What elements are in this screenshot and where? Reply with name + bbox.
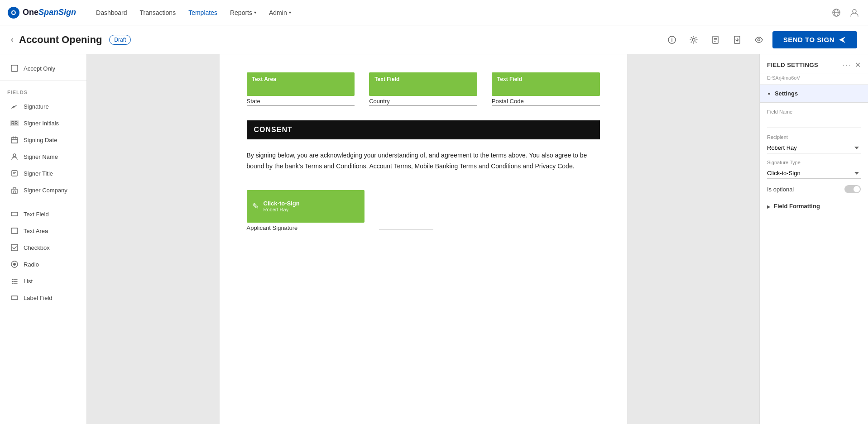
document-icon[interactable] [707, 32, 724, 48]
radio-icon [10, 260, 19, 269]
field-settings-panel: FIELD SETTINGS ··· ✕ ErSArj4ma6oV Settin… [759, 54, 868, 424]
postal-field-type: Text Field [497, 76, 522, 82]
fields-row-top: Text Area State Text Field Country Text … [247, 72, 600, 106]
recipient-select[interactable]: Robert Ray [767, 143, 861, 153]
globe-icon[interactable] [830, 6, 843, 19]
svg-rect-38 [11, 296, 18, 300]
signature-type-group: Signature Type Click-to-Sign [760, 153, 868, 179]
recipient-label: Recipient [767, 134, 861, 140]
text-field-icon [10, 210, 19, 219]
svg-point-36 [12, 283, 13, 284]
postal-field-label: Postal Code [492, 98, 600, 106]
field-name-label: Field Name [767, 109, 861, 114]
sidebar-item-label-field[interactable]: Label Field [3, 290, 84, 306]
state-field-container: Text Area State [247, 72, 355, 106]
svg-rect-16 [11, 65, 18, 71]
svg-rect-17 [11, 138, 18, 143]
user-icon[interactable] [848, 6, 861, 19]
svg-point-31 [13, 263, 16, 266]
consent-header: CONSENT [247, 120, 600, 139]
panel-close-button[interactable]: ✕ [855, 61, 861, 69]
sidebar-item-text-area[interactable]: Text Area [3, 223, 84, 239]
back-button[interactable]: ‹ [11, 35, 14, 44]
nav-dashboard[interactable]: Dashboard [91, 5, 133, 20]
checkbox-label: Checkbox [24, 244, 50, 251]
is-optional-label: Is optional [767, 186, 794, 193]
sidebar-item-signer-company[interactable]: Signer Company [3, 182, 84, 198]
sidebar-item-signer-title[interactable]: Signer Title [3, 165, 84, 181]
signer-company-label: Signer Company [24, 187, 67, 194]
text-area-label: Text Area [24, 228, 48, 234]
country-field-label: Country [369, 98, 477, 106]
panel-header: FIELD SETTINGS ··· ✕ [760, 54, 868, 73]
nav-transactions[interactable]: Transactions [134, 5, 182, 20]
sidebar-item-accept-only[interactable]: Accept Only [3, 60, 84, 76]
field-name-input[interactable] [767, 117, 861, 128]
download-icon[interactable] [729, 32, 745, 48]
panel-more-icon[interactable]: ··· [843, 61, 851, 69]
signature-field-box[interactable]: ✎ Click-to-Sign Robert Ray [247, 190, 364, 223]
field-formatting-header[interactable]: Field Formatting [760, 197, 868, 215]
label-field-icon [10, 293, 19, 302]
signature-icon [10, 102, 19, 111]
fields-section-label: FIELDS [0, 84, 86, 98]
sidebar-item-signer-name[interactable]: Signer Name [3, 148, 84, 165]
draft-badge: Draft [109, 35, 131, 45]
state-field-label: State [247, 98, 355, 106]
panel-subtitle: ErSArj4ma6oV [760, 73, 868, 85]
sidebar-item-signing-date[interactable]: Signing Date [3, 132, 84, 148]
sidebar-item-text-field[interactable]: Text Field [3, 206, 84, 222]
signature-type-select[interactable]: Click-to-Sign [767, 168, 861, 179]
svg-rect-22 [12, 171, 17, 176]
list-icon [10, 276, 19, 286]
state-field-box[interactable]: Text Area [247, 72, 355, 96]
signature-pen-icon: ✎ [252, 201, 259, 211]
logo-onespan: OneSpanSign [23, 8, 76, 17]
sig-type-text: Click-to-Sign [264, 200, 300, 207]
country-field-type: Text Field [374, 76, 399, 82]
page-title: Account Opening [19, 34, 102, 46]
sidebar-item-list[interactable]: List [3, 273, 84, 289]
state-field-type: Text Area [252, 76, 276, 82]
text-area-icon [10, 226, 19, 235]
settings-section: Settings Field Name Recipient Robert Ray… [760, 85, 868, 197]
postal-field-container: Text Field Postal Code [492, 72, 600, 106]
nav-reports[interactable]: Reports ▾ [225, 5, 262, 20]
is-optional-toggle[interactable] [844, 185, 861, 193]
svg-point-9 [692, 38, 695, 41]
field-formatting-chevron-icon [767, 203, 770, 210]
eye-icon[interactable] [751, 32, 767, 48]
country-field-box[interactable]: Text Field [369, 72, 477, 96]
left-sidebar: Accept Only FIELDS Signature RR Signer I… [0, 54, 87, 424]
logo[interactable]: O OneSpanSign [7, 6, 76, 19]
settings-chevron-icon [767, 91, 771, 97]
sidebar-item-radio[interactable]: Radio [3, 256, 84, 272]
settings-icon[interactable] [686, 32, 702, 48]
postal-field-box[interactable]: Text Field [492, 72, 600, 96]
send-to-sign-button[interactable]: SEND TO SIGN [772, 31, 857, 48]
signature-label: Signature [24, 103, 49, 110]
nav-templates[interactable]: Templates [183, 5, 223, 20]
settings-accordion-header[interactable]: Settings [760, 85, 868, 103]
admin-chevron-icon: ▾ [289, 10, 291, 15]
signer-company-icon [10, 186, 19, 195]
field-name-group: Field Name [760, 103, 868, 128]
field-formatting-label: Field Formatting [774, 203, 820, 210]
signer-title-icon [10, 169, 19, 178]
doc-page: Text Area State Text Field Country Text … [220, 54, 627, 424]
signer-initials-label: Signer Initials [24, 120, 59, 127]
svg-rect-27 [11, 212, 18, 216]
nav-admin[interactable]: Admin ▾ [264, 5, 297, 20]
sidebar-item-checkbox[interactable]: Checkbox [3, 239, 84, 256]
sidebar-divider-2 [0, 202, 86, 202]
sidebar-item-signer-initials[interactable]: RR Signer Initials [3, 115, 84, 131]
list-label: List [24, 278, 33, 285]
info-icon[interactable] [664, 32, 680, 48]
sidebar-item-signature[interactable]: Signature [3, 98, 84, 114]
accept-only-label: Accept Only [24, 65, 55, 72]
panel-title: FIELD SETTINGS [767, 62, 818, 68]
header-bar: ‹ Account Opening Draft SEND TO SIGN [0, 25, 868, 54]
signer-initials-icon: RR [10, 119, 19, 128]
recipient-group: Recipient Robert Ray [760, 128, 868, 153]
svg-rect-29 [11, 244, 18, 251]
